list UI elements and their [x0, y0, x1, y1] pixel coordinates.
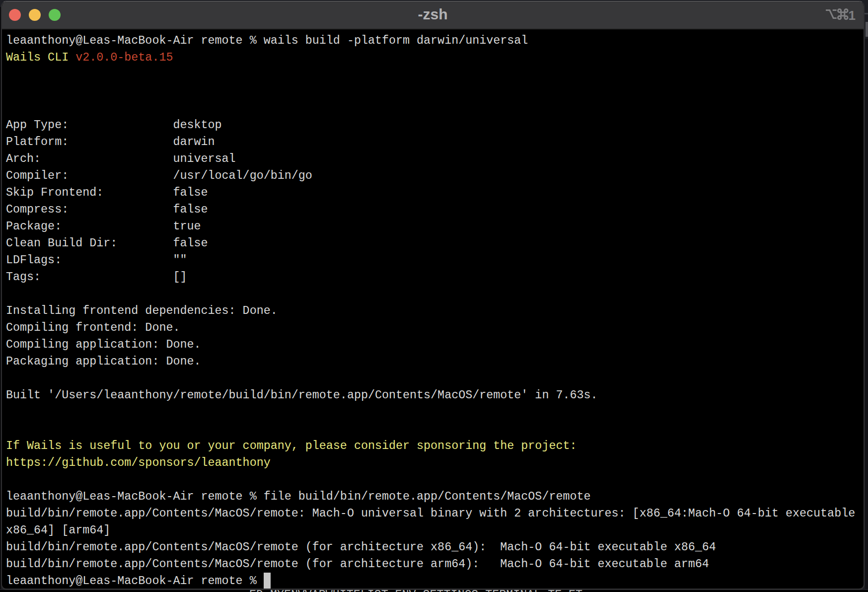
svg-text:1: 1 — [849, 8, 856, 22]
